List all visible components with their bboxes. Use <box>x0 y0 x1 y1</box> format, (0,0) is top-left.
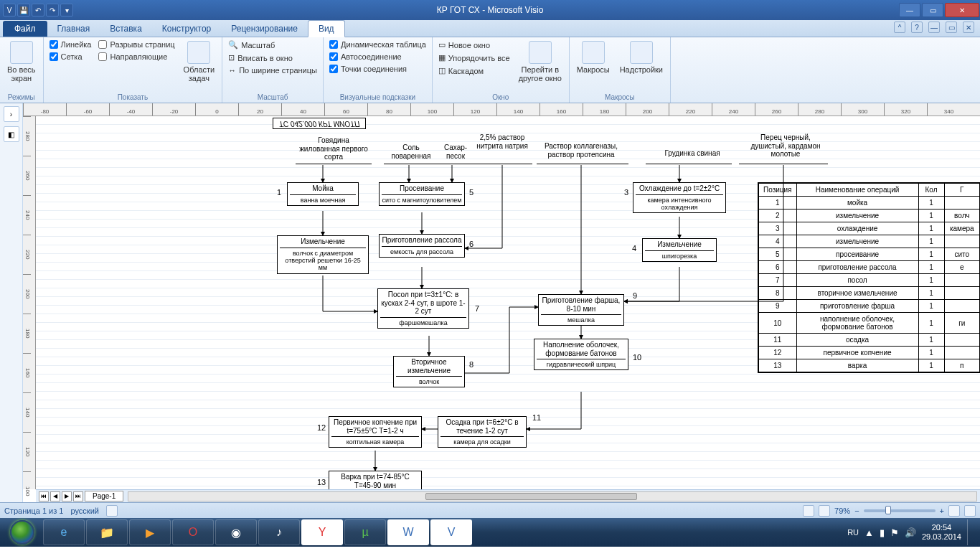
restore-down-icon[interactable]: ▭ <box>946 22 957 33</box>
status-macro-icon[interactable] <box>106 505 118 517</box>
qat-more-icon[interactable]: ▾ <box>60 4 73 17</box>
visio-app-icon[interactable]: V <box>3 4 16 17</box>
macros-button[interactable]: Макросы <box>574 39 613 75</box>
tab-insert[interactable]: Вставка <box>100 21 152 37</box>
table-row[interactable]: 7посол1 <box>758 274 980 287</box>
drawing-canvas[interactable]: ТС 042.000 КРТ МИОТП Говядина жилованная… <box>36 116 980 489</box>
taskbar-visio-icon[interactable]: V <box>430 519 472 545</box>
tab-review[interactable]: Рецензирование <box>221 21 308 37</box>
title-block[interactable]: ТС 042.000 КРТ МИОТП <box>273 118 366 129</box>
page-prev-icon[interactable]: ◀ <box>50 491 60 501</box>
status-view2-icon[interactable] <box>819 505 830 517</box>
taskbar-chrome-icon[interactable]: ◉ <box>215 519 257 545</box>
chk-guides[interactable]: Направляющие <box>97 52 176 62</box>
expand-shapes-icon[interactable]: › <box>4 106 19 122</box>
table-row[interactable]: 5просеивание1сито <box>758 248 980 261</box>
box-6[interactable]: Приготовление рассолаемкость для рассола <box>379 234 465 258</box>
help-icon[interactable]: ? <box>911 22 923 33</box>
box-12[interactable]: Первичное копчение при t=75±5°С Т=1-2 чк… <box>329 416 422 448</box>
box-7[interactable]: Посол при t=3±1°С: в кусках 2-4 сут, в ш… <box>377 288 469 329</box>
taskbar-word-icon[interactable]: W <box>387 519 429 545</box>
table-row[interactable]: 2измельчение1волч <box>758 209 980 222</box>
start-button[interactable] <box>3 519 42 545</box>
addins-button[interactable]: Надстройки <box>617 39 666 75</box>
ribbon-opts-icon[interactable]: — <box>928 22 940 33</box>
table-row[interactable]: 13варка1п <box>758 359 980 373</box>
taskbar-opera-icon[interactable]: O <box>172 519 214 545</box>
status-zoom-value[interactable]: 79% <box>834 507 850 515</box>
box-11[interactable]: Осадка при t=6±2°С в течение 1-2 суткаме… <box>438 416 527 448</box>
table-row[interactable]: 11осадка1 <box>758 334 980 347</box>
cascade-button[interactable]: ◫ Каскадом <box>437 65 512 76</box>
table-row[interactable]: 12первичное копчение1 <box>758 347 980 359</box>
minimize-button[interactable]: — <box>899 3 920 17</box>
page-last-icon[interactable]: ⏭ <box>73 491 83 501</box>
taskbar-wmp-icon[interactable]: ▶ <box>129 519 171 545</box>
zoom-button[interactable]: 🔍 Масштаб <box>227 39 319 50</box>
close-button[interactable]: ✕ <box>945 3 979 17</box>
fit-page-icon[interactable] <box>948 505 960 517</box>
save-icon[interactable]: 💾 <box>17 4 30 17</box>
tab-design[interactable]: Конструктор <box>152 21 221 37</box>
table-row[interactable]: 9приготовление фарша1 <box>758 300 980 313</box>
new-window-button[interactable]: ▭ Новое окно <box>437 39 512 50</box>
box-13[interactable]: Варка при t=74-85°С Т=45-90 мин <box>329 471 422 489</box>
box-5[interactable]: Просеиваниесито с магнитоуловителем <box>379 182 465 206</box>
box-10[interactable]: Наполнение оболочек, формование батоновг… <box>534 339 628 370</box>
zoom-out-icon[interactable]: − <box>854 507 859 515</box>
box-8[interactable]: Вторичное измельчениеволчок <box>393 356 465 387</box>
page-tab-1[interactable]: Page-1 <box>85 491 123 501</box>
taskbar-explorer-icon[interactable]: 📁 <box>86 519 128 545</box>
shapes-tool-icon[interactable]: ◧ <box>4 126 19 142</box>
tray-clock[interactable]: 20:5429.03.2014 <box>922 523 961 542</box>
horizontal-scrollbar[interactable] <box>128 491 977 501</box>
minimize-ribbon-icon[interactable]: ^ <box>894 22 905 33</box>
tray-action-icon[interactable]: ⚑ <box>890 527 899 538</box>
chk-grid[interactable]: Сетка <box>48 52 93 62</box>
maximize-button[interactable]: ▭ <box>922 3 943 17</box>
page-next-icon[interactable]: ▶ <box>62 491 72 501</box>
taskbar-ie-icon[interactable]: e <box>43 519 85 545</box>
tab-home[interactable]: Главная <box>47 21 100 37</box>
status-language[interactable]: русский <box>70 507 98 515</box>
task-panes-button[interactable]: Области задач <box>181 39 218 84</box>
close-doc-icon[interactable]: ✕ <box>963 22 974 33</box>
taskbar-app1-icon[interactable]: ♪ <box>258 519 300 545</box>
status-view1-icon[interactable] <box>803 505 814 517</box>
table-row[interactable]: 10наполнение оболочек, формование батоно… <box>758 313 980 334</box>
fit-window-button[interactable]: ⊡ Вписать в окно <box>227 52 319 63</box>
chk-page-breaks[interactable]: Разрывы страниц <box>97 39 176 50</box>
redo-icon[interactable]: ↷ <box>46 4 59 17</box>
taskbar-utorrent-icon[interactable]: µ <box>344 519 386 545</box>
taskbar-yandex-icon[interactable]: Y <box>301 519 343 545</box>
status-extra-icon[interactable] <box>964 505 976 517</box>
table-row[interactable]: 6приготовление рассола1е <box>758 261 980 274</box>
box-3[interactable]: Охлаждение до t=2±2°Скамера интенсивного… <box>633 182 726 213</box>
undo-icon[interactable]: ↶ <box>32 4 44 17</box>
tray-network-icon[interactable]: ▮ <box>880 527 885 538</box>
table-row[interactable]: 4измельчение1 <box>758 235 980 248</box>
tray-volume-icon[interactable]: 🔊 <box>905 527 916 538</box>
operations-table[interactable]: Позиция Наименование операций Кол Г 1мой… <box>758 182 980 373</box>
file-tab[interactable]: Файл <box>3 21 47 37</box>
fullscreen-button[interactable]: Во весь экран <box>4 39 39 84</box>
zoom-slider[interactable] <box>864 509 936 512</box>
switch-window-button[interactable]: Перейти в другое окно <box>516 39 565 84</box>
box-1[interactable]: Мойкаванна моечная <box>287 182 359 206</box>
page-first-icon[interactable]: ⏮ <box>39 491 49 501</box>
table-row[interactable]: 8вторичное измельчение1 <box>758 287 980 300</box>
arrange-all-button[interactable]: ▦ Упорядочить все <box>437 52 512 63</box>
box-4[interactable]: Измельчениешпигорезка <box>642 238 717 262</box>
chk-connection-points[interactable]: Точки соединения <box>328 64 428 74</box>
box-2[interactable]: Измельчениеволчок с диаметром отверстий … <box>277 235 369 274</box>
zoom-in-icon[interactable]: + <box>940 507 944 515</box>
page-width-button[interactable]: ↔ По ширине страницы <box>227 65 319 75</box>
chk-ruler[interactable]: Линейка <box>48 39 93 50</box>
show-desktop-button[interactable] <box>967 519 973 545</box>
chk-dynamic-grid[interactable]: Динамическая таблица <box>328 39 428 50</box>
box-9[interactable]: Приготовление фарша, 8-10 минмешалка <box>538 294 624 326</box>
table-row[interactable]: 1мойка1 <box>758 197 980 209</box>
table-row[interactable]: 3охлаждение1камера <box>758 222 980 235</box>
chk-autoconnect[interactable]: Автосоединение <box>328 52 428 62</box>
tab-view[interactable]: Вид <box>308 20 345 37</box>
